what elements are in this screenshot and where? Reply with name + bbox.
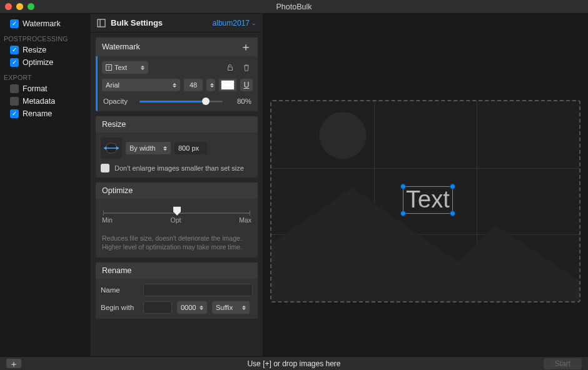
checkbox-on-icon[interactable]: ✓ (10, 58, 19, 67)
rename-name-label: Name (101, 286, 138, 294)
watermark-size-stepper[interactable] (206, 79, 215, 91)
optimize-slider[interactable]: Min Opt Max (101, 204, 253, 226)
sidebar-item-label: Metadata (23, 97, 55, 106)
sidebar-item-label: Optimize (23, 58, 53, 67)
opacity-value: 80% (229, 98, 251, 105)
no-enlarge-checkbox[interactable] (101, 164, 109, 172)
svg-text:T: T (108, 65, 111, 71)
sidebar-item-watermark[interactable]: ✓ Watermark (0, 18, 91, 30)
watermark-color-swatch[interactable] (219, 79, 236, 91)
footer: ＋ Use [+] or drop images here Start (0, 356, 588, 370)
section-optimize: Optimize Min Opt Max (96, 182, 258, 258)
text-type-icon: T (106, 64, 112, 71)
watermark-type-value: Text (114, 64, 127, 71)
app-title: PhotoBulk (0, 2, 588, 11)
rename-counter-format-value: 0000 (181, 304, 196, 311)
watermark-type-select[interactable]: T Text (102, 61, 148, 74)
slider-knob[interactable] (173, 206, 181, 216)
resize-mode-select[interactable]: By width (126, 142, 171, 154)
sidebar: ✓ Watermark POSTPROCESSING ✓ Resize ✓ Op… (0, 14, 91, 356)
svg-point-9 (319, 112, 366, 159)
resize-handle-br[interactable] (450, 211, 455, 216)
rename-begin-label: Begin with (101, 304, 138, 311)
svg-rect-4 (228, 67, 233, 71)
checkbox-off-icon[interactable] (10, 97, 19, 106)
layout-grid-icon[interactable] (97, 19, 106, 28)
svg-marker-8 (116, 146, 119, 150)
underline-toggle[interactable]: U (240, 79, 253, 91)
panel-header: Bulk Settings album2017 ⌄ (91, 14, 263, 32)
rename-begin-input[interactable] (143, 301, 172, 314)
section-title: Rename (102, 266, 131, 275)
rename-placement-value: Suffix (216, 304, 233, 311)
titlebar: PhotoBulk (0, 0, 588, 14)
watermark-font-value: Arial (106, 81, 119, 89)
drop-zone[interactable]: Text (270, 100, 580, 302)
add-watermark-button[interactable]: ＋ (240, 41, 251, 52)
sidebar-item-label: Watermark (23, 19, 61, 28)
opacity-slider[interactable] (139, 101, 223, 102)
checkbox-on-icon[interactable]: ✓ (10, 46, 19, 54)
resize-handle-tr[interactable] (450, 184, 455, 189)
svg-marker-7 (104, 146, 106, 150)
rename-counter-format-select[interactable]: 0000 (177, 301, 207, 314)
optimize-opt-label: Opt (171, 216, 181, 224)
section-title: Resize (102, 120, 126, 129)
sidebar-item-label: Format (23, 84, 48, 93)
trash-icon[interactable] (240, 61, 253, 74)
sidebar-item-rename[interactable]: ✓ Rename (0, 108, 91, 120)
resize-value-input[interactable]: 800 px (175, 142, 207, 154)
section-header-resize: Resize (96, 116, 258, 132)
resize-value: 800 px (178, 144, 199, 152)
watermark-font-select[interactable]: Arial (102, 79, 180, 91)
section-watermark: Watermark ＋ T Text (96, 38, 258, 111)
preset-name: album2017 (213, 19, 250, 28)
panel-title: Bulk Settings (111, 18, 163, 28)
checkbox-on-icon[interactable]: ✓ (10, 109, 19, 118)
no-enlarge-label: Don't enlarge images smaller than set si… (114, 164, 244, 172)
watermark-size-input[interactable]: 48 (184, 79, 203, 91)
watermark-preview-text[interactable]: Text (403, 187, 452, 213)
unlock-icon[interactable] (224, 61, 236, 74)
chevron-down-icon: ⌄ (251, 20, 256, 26)
watermark-size-value: 48 (190, 81, 197, 89)
sidebar-item-label: Rename (23, 109, 52, 118)
settings-panel: Bulk Settings album2017 ⌄ Watermark ＋ T (91, 14, 263, 356)
resize-handle-tl[interactable] (400, 184, 406, 189)
svg-rect-0 (98, 19, 105, 27)
checkbox-off-icon[interactable] (10, 84, 19, 93)
watermark-bounding-box[interactable]: Text (403, 186, 453, 214)
section-header-rename: Rename (96, 262, 258, 279)
sidebar-item-optimize[interactable]: ✓ Optimize (0, 56, 91, 69)
resize-mode-icon[interactable] (101, 138, 122, 159)
checkbox-on-icon[interactable]: ✓ (10, 19, 19, 28)
opacity-label: Opacity (103, 98, 133, 105)
section-rename: Rename Name Begin with 0000 (96, 262, 258, 319)
sidebar-item-label: Resize (23, 46, 46, 54)
section-resize: Resize By width (96, 116, 258, 178)
footer-hint: Use [+] or drop images here (0, 359, 588, 368)
preview-canvas: Text (263, 14, 588, 356)
sidebar-item-format[interactable]: Format (0, 82, 91, 95)
preset-dropdown[interactable]: album2017 ⌄ (213, 19, 256, 28)
section-title: Watermark (102, 42, 140, 51)
section-header-watermark: Watermark ＋ (96, 38, 258, 56)
optimize-description: Reduces file size, doesn't deteriorate t… (101, 231, 253, 252)
sidebar-item-resize[interactable]: ✓ Resize (0, 44, 91, 56)
resize-handle-bl[interactable] (400, 211, 406, 216)
rename-name-input[interactable] (143, 284, 253, 296)
section-header-optimize: Optimize (96, 182, 258, 199)
rename-placement-select[interactable]: Suffix (212, 301, 250, 314)
section-title: Optimize (102, 186, 133, 195)
sidebar-header-export: EXPORT (0, 69, 91, 82)
slider-knob[interactable] (202, 98, 210, 105)
optimize-max-label: Max (239, 216, 251, 224)
sidebar-header-postprocessing: POSTPROCESSING (0, 30, 91, 44)
resize-mode-value: By width (129, 144, 156, 152)
sidebar-item-metadata[interactable]: Metadata (0, 95, 91, 108)
optimize-min-label: Min (102, 216, 113, 224)
